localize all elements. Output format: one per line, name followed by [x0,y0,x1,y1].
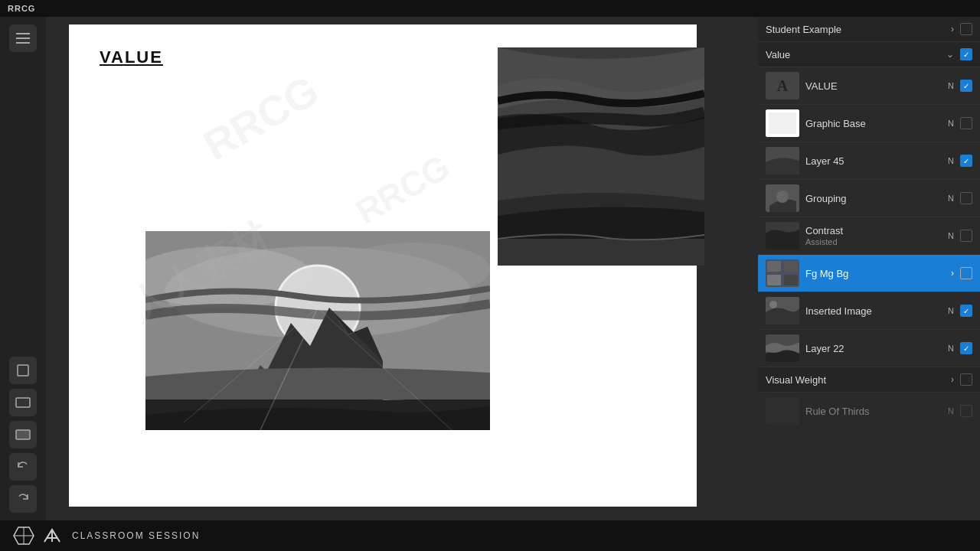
layer-contrast-thumb [766,222,799,249]
app-title: RRCG [8,4,35,13]
layer-a-icon: A [777,77,788,95]
value-chevron: ⌄ [946,49,954,60]
svg-point-29 [769,301,777,308]
visual-weight-checkbox[interactable] [960,373,972,386]
layer-extra-1-mode: N [948,406,954,416]
visual-weight-chevron: › [951,374,954,385]
svg-rect-24 [767,261,781,272]
student-example-chevron: › [951,24,954,34]
svg-rect-16 [498,239,704,266]
layer-fg-mg-bg-chevron: › [951,268,954,279]
section-visual-weight[interactable]: Visual Weight › [758,367,980,393]
redo-btn[interactable] [9,485,37,513]
layer-extra-1-info: Rule Of Thirds [805,406,942,417]
left-sidebar [0,17,46,520]
layer-value-name: VALUE [805,80,942,92]
layer-graphic-base-mode: N [948,119,954,128]
bottom-session-label: CLASSROOM SESSION [72,530,200,541]
layer-inserted-image-name: Inserted Image [805,305,942,317]
undo-btn[interactable] [9,453,37,481]
svg-rect-18 [769,112,796,134]
layer-contrast-checkbox[interactable] [960,230,972,242]
layer-value-mode: N [948,81,954,90]
layer-fg-mg-bg-checkbox[interactable] [960,267,972,279]
layer-contrast-info: Contrast Assisted [805,225,942,246]
svg-rect-0 [16,33,30,34]
student-example-checkbox[interactable] [960,23,972,35]
svg-point-21 [776,191,789,203]
layer-inserted-image-thumb [766,297,799,324]
layer-grouping-mode: N [948,194,954,203]
layer-45-thumb [766,147,799,174]
logo-icon [12,524,35,547]
layer-grouping[interactable]: Grouping N [758,180,980,217]
layer-contrast-mode: N [948,231,954,240]
layer-graphic-base-info: Graphic Base [805,118,942,129]
layer-graphic-base-checkbox[interactable] [960,117,972,129]
svg-rect-5 [16,430,30,439]
svg-point-9 [337,243,490,296]
layer-graphic-base-name: Graphic Base [805,118,942,129]
layer-contrast[interactable]: Contrast Assisted N [758,217,980,255]
bottom-logo [12,524,63,547]
layer-45-mode: N [948,156,954,165]
svg-rect-2 [16,42,30,44]
layer-extra-1-thumb [766,397,799,425]
layer-grouping-thumb [766,184,799,212]
layer-22-checkbox[interactable]: ✓ [960,342,972,354]
layer-45-checkbox[interactable]: ✓ [960,155,972,167]
canvas-title: VALUE [100,47,163,67]
svg-rect-25 [784,261,798,272]
layer-inserted-image-checkbox[interactable]: ✓ [960,305,972,317]
layer-fg-mg-bg-info: Fg Mg Bg [805,268,945,279]
layer-fg-mg-bg[interactable]: Fg Mg Bg › [758,255,980,292]
layer-grouping-name: Grouping [805,193,942,204]
section-student-example[interactable]: Student Example › [758,17,980,42]
layer-value-info: VALUE [805,80,942,92]
layer-value-checkbox[interactable]: ✓ [960,80,972,92]
sidebar-menu-btn[interactable] [9,24,37,52]
layer-45[interactable]: Layer 45 N ✓ [758,142,980,180]
canvas-area: VALUE [46,17,758,520]
visual-weight-label: Visual Weight [766,374,945,386]
layer-22-thumb [766,334,799,362]
svg-rect-4 [16,398,30,407]
layer-22[interactable]: Layer 22 N ✓ [758,330,980,367]
layer-value-text[interactable]: A VALUE N ✓ [758,67,980,105]
section-value[interactable]: Value ⌄ ✓ [758,42,980,67]
layer-22-name: Layer 22 [805,343,942,354]
landscape-painting [145,231,490,430]
layer-grouping-info: Grouping [805,193,942,204]
layer-graphic-base[interactable]: Graphic Base N [758,105,980,142]
layer-22-info: Layer 22 [805,343,942,354]
value-section-label: Value [766,49,940,60]
student-example-label: Student Example [766,24,945,35]
layer-value-thumb: A [766,72,799,99]
sidebar-rect-btn[interactable] [9,389,37,416]
layer-45-info: Layer 45 [805,155,942,167]
layer-inserted-image[interactable]: Inserted Image N ✓ [758,292,980,330]
canvas-content: VALUE [46,17,758,520]
svg-rect-26 [767,275,781,285]
sidebar-rect2-btn[interactable] [9,421,37,448]
svg-rect-1 [16,37,30,39]
layer-extra-1[interactable]: Rule Of Thirds N [758,393,980,430]
layer-extra-1-name: Rule Of Thirds [805,406,942,417]
svg-rect-3 [18,365,28,376]
value-section-checkbox[interactable]: ✓ [960,48,972,60]
layer-extra-1-checkbox[interactable] [960,405,972,417]
layer-45-name: Layer 45 [805,155,942,167]
bottom-bar: CLASSROOM SESSION [0,520,980,551]
layer-contrast-sub: Assisted [805,237,942,246]
layer-grouping-checkbox[interactable] [960,192,972,204]
layer-graphic-base-thumb [766,109,799,137]
sidebar-square-btn[interactable] [9,357,37,384]
sidebar-bottom-controls [9,357,37,513]
top-bar: RRCG [0,0,980,17]
svg-rect-27 [784,275,798,285]
layer-fg-mg-bg-name: Fg Mg Bg [805,268,945,279]
sky-overlay-painting [498,47,704,266]
layer-inserted-image-info: Inserted Image [805,305,942,317]
layer-fg-mg-bg-thumb [766,259,799,287]
layer-contrast-name: Contrast [805,225,942,236]
